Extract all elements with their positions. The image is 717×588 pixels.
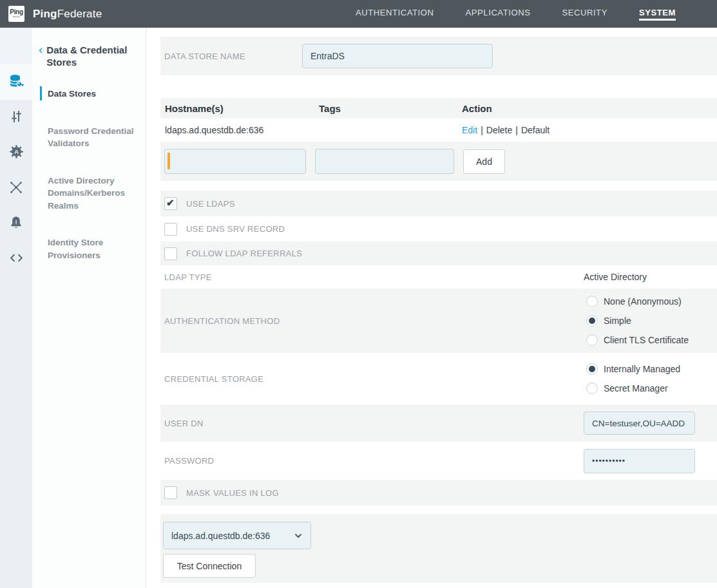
sidebar-item-identity-store-provisioners[interactable]: Identity Store Provisioners: [48, 236, 137, 261]
col-hostnames: Hostname(s): [165, 103, 319, 114]
sidebar-header: ‹ Data & Credential Stores: [39, 44, 137, 68]
data-store-form: DATA STORE NAME Hostname(s) Tags Action …: [146, 28, 717, 588]
data-store-name-row: DATA STORE NAME: [160, 37, 717, 75]
use-dns-srv-checkbox[interactable]: [164, 223, 177, 236]
network-icon: [8, 180, 24, 198]
radio-simple[interactable]: [586, 315, 598, 327]
pingfederate-app: Ping Identity. PingFederate AUTHENTICATI…: [0, 0, 717, 588]
rail-item-settings[interactable]: [0, 100, 32, 135]
use-ldaps-row: USE LDAPS: [160, 191, 717, 216]
credential-storage-row: CREDENTIAL STORAGE Internally Managed Se…: [160, 353, 717, 404]
new-tags-input[interactable]: [315, 149, 454, 174]
sidebar-item-password-credential-validators[interactable]: Password Credential Validators: [48, 125, 137, 150]
use-dns-srv-label: USE DNS SRV RECORD: [186, 224, 285, 234]
rail-item-data-stores[interactable]: [0, 64, 32, 100]
section-sidebar: ‹ Data & Credential Stores Data Stores P…: [32, 28, 146, 588]
radio-client-tls[interactable]: [586, 334, 598, 346]
user-dn-input[interactable]: [584, 412, 695, 435]
password-row: PASSWORD: [160, 442, 717, 480]
svg-text:!: !: [15, 218, 17, 225]
host-select-value: ldaps.ad.questdb.de:636: [171, 531, 270, 541]
back-chevron-icon[interactable]: ‹: [39, 44, 43, 68]
nav-system[interactable]: SYSTEM: [639, 8, 676, 21]
auth-option-none-label: None (Anonymous): [604, 296, 682, 307]
gear-a-icon: A: [8, 144, 24, 162]
auth-option-simple[interactable]: Simple: [586, 311, 689, 330]
ping-identity-logo[interactable]: Ping Identity.: [8, 6, 24, 22]
ldap-type-label: LDAP TYPE: [164, 272, 212, 282]
test-connection-panel: ldaps.ad.questdb.de:636 Test Connection: [160, 514, 717, 583]
col-tags: Tags: [319, 103, 462, 114]
product-name-regular: Federate: [57, 8, 102, 20]
default-link[interactable]: Default: [521, 125, 550, 135]
password-label: PASSWORD: [164, 456, 214, 466]
rail-top-spacer: [0, 28, 32, 64]
storage-option-secret-manager-label: Secret Manager: [604, 383, 668, 394]
radio-none-anonymous[interactable]: [586, 296, 598, 307]
radio-internally-managed[interactable]: [586, 363, 598, 375]
mask-values-row: MASK VALUES IN LOG: [160, 480, 717, 506]
hostname-value: ldaps.ad.questdb.de:636: [165, 125, 319, 135]
authentication-method-label: AUTHENTICATION METHOD: [164, 316, 280, 326]
use-ldaps-checkbox[interactable]: [164, 197, 177, 210]
user-dn-label: USER DN: [164, 419, 204, 428]
col-action: Action: [462, 103, 717, 114]
new-hostname-input[interactable]: [164, 149, 306, 174]
follow-referrals-row: FOLLOW LDAP REFERRALS: [160, 242, 717, 265]
data-store-name-input[interactable]: [302, 44, 493, 68]
credential-storage-label: CREDENTIAL STORAGE: [164, 374, 263, 384]
nav-applications[interactable]: APPLICATIONS: [466, 8, 531, 21]
primary-nav: AUTHENTICATION APPLICATIONS SECURITY SYS…: [356, 8, 676, 21]
ldap-type-row: LDAP TYPE Active Directory: [160, 265, 717, 289]
add-host-button[interactable]: Add: [463, 149, 505, 174]
sidebar-item-ad-domains-kerberos-realms[interactable]: Active Directory Domains/Kerberos Realms: [48, 175, 137, 213]
svg-text:A: A: [14, 148, 18, 155]
sliders-icon: [8, 109, 24, 127]
data-store-name-label: DATA STORE NAME: [164, 52, 245, 61]
nav-security[interactable]: SECURITY: [562, 8, 607, 21]
nav-authentication[interactable]: AUTHENTICATION: [356, 8, 434, 21]
mask-values-checkbox[interactable]: [164, 486, 177, 499]
chevron-down-icon: [294, 531, 303, 540]
authentication-method-row: AUTHENTICATION METHOD None (Anonymous) S…: [160, 289, 717, 353]
add-host-row: Add: [160, 142, 717, 181]
host-select-dropdown[interactable]: ldaps.ad.questdb.de:636: [163, 522, 311, 549]
radio-secret-manager[interactable]: [586, 383, 598, 394]
product-name-bold: Ping: [33, 8, 57, 20]
storage-option-internal-label: Internally Managed: [604, 364, 680, 374]
test-connection-button[interactable]: Test Connection: [163, 554, 256, 578]
sidebar-title: Data & Credential Stores: [46, 44, 137, 68]
auth-option-none[interactable]: None (Anonymous): [586, 292, 689, 311]
rail-item-notifications[interactable]: !: [0, 206, 32, 242]
storage-option-internal[interactable]: Internally Managed: [586, 359, 680, 379]
password-input[interactable]: [584, 449, 695, 473]
row-actions: Edit|Delete|Default: [462, 125, 717, 135]
credential-storage-options: Internally Managed Secret Manager: [586, 359, 680, 398]
rail-item-server[interactable]: A: [0, 135, 32, 171]
required-field-caret: [167, 153, 170, 169]
use-dns-srv-row: USE DNS SRV RECORD: [160, 216, 717, 242]
host-table-row: ldaps.ad.questdb.de:636 Edit|Delete|Defa…: [160, 119, 717, 142]
auth-option-simple-label: Simple: [604, 316, 631, 326]
code-brackets-icon: [8, 250, 24, 269]
product-name: PingFederate: [33, 8, 102, 21]
hosts-table-header: Hostname(s) Tags Action: [160, 98, 717, 119]
rail-item-cluster[interactable]: [0, 171, 32, 206]
action-separator: |: [515, 125, 518, 135]
follow-referrals-label: FOLLOW LDAP REFERRALS: [186, 249, 302, 258]
authentication-method-options: None (Anonymous) Simple Client TLS Certi…: [586, 292, 689, 350]
ldap-type-value: Active Directory: [584, 272, 647, 282]
follow-referrals-checkbox[interactable]: [164, 247, 177, 260]
user-dn-row: USER DN: [160, 404, 717, 442]
sidebar-items: Data Stores Password Credential Validato…: [39, 88, 137, 262]
mask-values-label: MASK VALUES IN LOG: [186, 488, 279, 498]
auth-option-client-tls[interactable]: Client TLS Certificate: [586, 330, 689, 350]
edit-link[interactable]: Edit: [462, 125, 477, 135]
storage-option-secret-manager[interactable]: Secret Manager: [586, 379, 680, 398]
rail-item-api[interactable]: [0, 242, 32, 277]
logo-text: Ping: [10, 9, 23, 15]
icon-rail: A: [0, 28, 32, 588]
sidebar-item-data-stores[interactable]: Data Stores: [48, 88, 137, 100]
delete-link[interactable]: Delete: [486, 125, 512, 135]
use-ldaps-label: USE LDAPS: [186, 199, 235, 209]
